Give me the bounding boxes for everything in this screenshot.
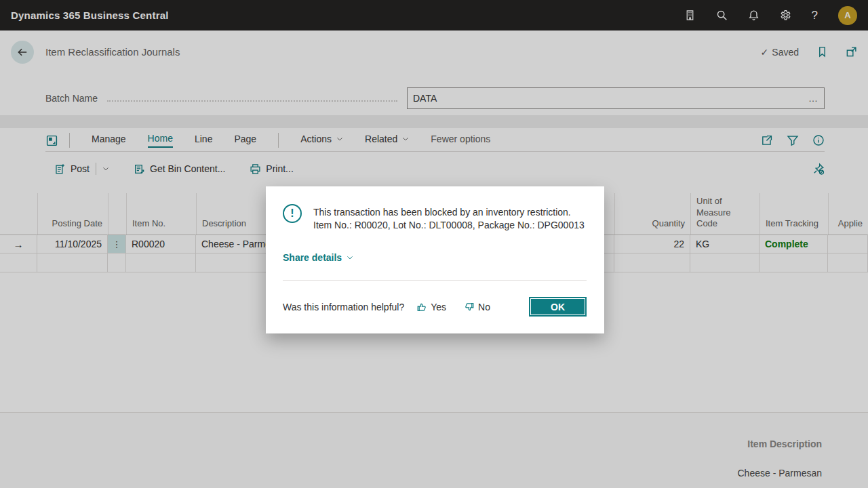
- feedback-question: Was this information helpful?: [283, 302, 404, 312]
- ok-button[interactable]: OK: [529, 297, 587, 317]
- thumbs-up-icon: [416, 302, 427, 312]
- feedback-yes-button[interactable]: Yes: [416, 302, 446, 312]
- dialog-message-line1: This transaction has been blocked by an …: [313, 206, 585, 219]
- dialog-message-line2: Item No.: R00020, Lot No.: DLT00008, Pac…: [313, 219, 585, 232]
- dialog-message: This transaction has been blocked by an …: [313, 204, 585, 232]
- feedback-no-button[interactable]: No: [464, 302, 490, 312]
- app-window: Dynamics 365 Business Central ? A Item R…: [0, 0, 868, 488]
- info-alert-icon: !: [283, 204, 302, 223]
- notification-dialog: ! This transaction has been blocked by a…: [266, 186, 604, 333]
- chevron-down-icon: [347, 254, 353, 261]
- share-details-link[interactable]: Share details: [283, 252, 353, 263]
- dialog-divider: [283, 280, 587, 281]
- thumbs-down-icon: [464, 302, 475, 312]
